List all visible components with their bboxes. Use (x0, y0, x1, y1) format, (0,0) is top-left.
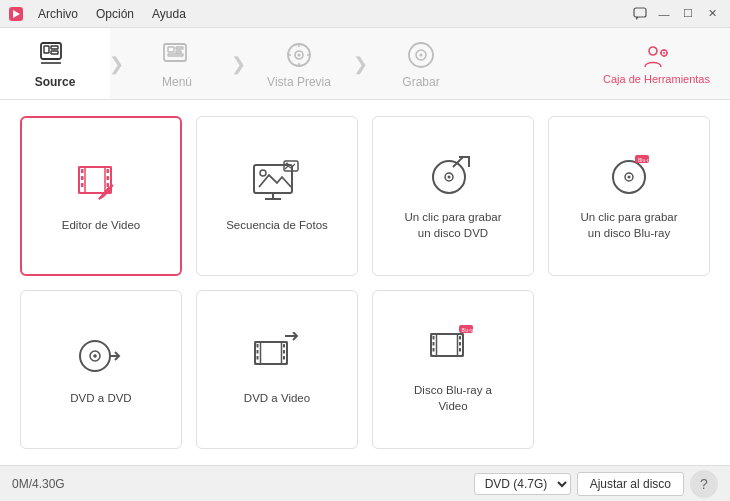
burn-step-icon (405, 39, 437, 71)
card-photo-sequence-label: Secuencia de Fotos (226, 217, 328, 233)
step-preview[interactable]: Vista Previa (244, 28, 354, 99)
svg-point-44 (260, 170, 266, 176)
svg-point-60 (93, 354, 97, 358)
toolbox-icon (643, 43, 671, 71)
svg-rect-36 (107, 169, 110, 173)
adjust-button[interactable]: Ajustar al disco (577, 472, 684, 496)
svg-rect-10 (176, 47, 183, 49)
video-editor-icon (73, 159, 129, 207)
svg-rect-65 (257, 344, 259, 348)
dvd-to-video-icon (249, 332, 305, 380)
card-dvd-to-dvd[interactable]: DVD a DVD (20, 290, 182, 450)
svg-rect-66 (257, 350, 259, 354)
svg-rect-34 (81, 176, 84, 180)
help-button[interactable]: ? (690, 470, 718, 498)
title-bar: Archivo Opción Ayuda — ☐ ✕ (0, 0, 730, 28)
preview-step-icon (283, 39, 315, 71)
bluray-burn-icon: Blu-ray (601, 151, 657, 199)
svg-text:Blu-ray: Blu-ray (638, 157, 654, 163)
svg-rect-70 (283, 356, 285, 360)
svg-text:Blu-ray: Blu-ray (462, 328, 477, 333)
svg-point-25 (663, 52, 665, 54)
svg-point-22 (420, 53, 423, 56)
photo-sequence-icon (249, 159, 305, 207)
svg-rect-77 (433, 348, 435, 352)
menu-ayuda[interactable]: Ayuda (144, 5, 194, 23)
toolbox-label: Caja de Herramientas (603, 73, 710, 85)
svg-rect-37 (107, 176, 110, 180)
svg-rect-30 (79, 167, 111, 193)
card-bluray-burn-label: Un clic para grabar un disco Blu-ray (580, 209, 677, 241)
arrow-3: ❯ (350, 53, 370, 75)
svg-rect-6 (51, 51, 58, 54)
svg-rect-75 (433, 336, 435, 340)
toolbar: Source ❯ Menú ❯ (0, 28, 730, 100)
step-source-label: Source (35, 75, 76, 89)
chat-icon-btn[interactable] (630, 6, 650, 22)
arrow-1: ❯ (106, 53, 126, 75)
card-dvd-to-video[interactable]: DVD a Video (196, 290, 358, 450)
bottom-bar: 0M/4.30G DVD (4.7G) DVD (8.5G) BD-25 BD-… (0, 465, 730, 501)
svg-rect-12 (168, 54, 183, 56)
arrow-2: ❯ (228, 53, 248, 75)
svg-rect-79 (459, 342, 461, 346)
title-bar-left: Archivo Opción Ayuda (8, 5, 194, 23)
minimize-button[interactable]: — (654, 6, 674, 22)
bluray-to-video-icon: Blu-ray (425, 324, 481, 372)
svg-rect-9 (168, 47, 174, 52)
card-dvd-burn-label: Un clic para grabar un disco DVD (404, 209, 501, 241)
svg-point-15 (298, 53, 301, 56)
svg-point-48 (286, 162, 289, 165)
step-source[interactable]: Source (0, 28, 110, 99)
svg-rect-69 (283, 350, 285, 354)
card-video-editor[interactable]: Editor de Video (20, 116, 182, 276)
card-dvd-burn[interactable]: Un clic para grabar un disco DVD (372, 116, 534, 276)
card-bluray-burn[interactable]: Blu-ray Un clic para grabar un disco Blu… (548, 116, 710, 276)
svg-point-23 (649, 47, 657, 55)
svg-rect-80 (459, 348, 461, 352)
title-bar-right: — ☐ ✕ (630, 6, 722, 22)
card-bluray-to-video-label: Disco Blu-ray a Video (414, 382, 492, 414)
svg-rect-4 (44, 46, 49, 53)
svg-rect-33 (81, 169, 84, 173)
step-menu[interactable]: Menú (122, 28, 232, 99)
svg-point-51 (448, 175, 451, 178)
menu-step-icon (161, 39, 193, 71)
dvd-size-select[interactable]: DVD (4.7G) DVD (8.5G) BD-25 BD-50 (474, 473, 571, 495)
toolbar-steps: Source ❯ Menú ❯ (0, 28, 583, 99)
menu-opcion[interactable]: Opción (88, 5, 142, 23)
source-icon (39, 39, 71, 71)
toolbox-button[interactable]: Caja de Herramientas (583, 43, 730, 85)
card-video-editor-label: Editor de Video (62, 217, 140, 233)
app-icon (8, 6, 24, 22)
close-button[interactable]: ✕ (702, 6, 722, 22)
main-content: Editor de Video Secuencia de Fotos (0, 100, 730, 465)
svg-rect-76 (433, 342, 435, 346)
svg-rect-5 (51, 46, 58, 49)
maximize-button[interactable]: ☐ (678, 6, 698, 22)
menu-archivo[interactable]: Archivo (30, 5, 86, 23)
step-preview-label: Vista Previa (267, 75, 331, 89)
svg-rect-11 (176, 51, 181, 53)
dvd-to-dvd-icon (73, 332, 129, 380)
step-menu-label: Menú (162, 75, 192, 89)
card-dvd-to-video-label: DVD a Video (244, 390, 310, 406)
card-bluray-to-video[interactable]: Blu-ray Disco Blu-ray a Video (372, 290, 534, 450)
svg-point-55 (628, 175, 631, 178)
svg-rect-67 (257, 356, 259, 360)
size-indicator: 0M/4.30G (12, 477, 65, 491)
step-burn[interactable]: Grabar (366, 28, 476, 99)
step-burn-label: Grabar (402, 75, 439, 89)
svg-rect-78 (459, 336, 461, 340)
svg-rect-35 (81, 183, 84, 187)
dvd-burn-icon (425, 151, 481, 199)
svg-rect-68 (283, 344, 285, 348)
svg-rect-2 (634, 8, 646, 17)
card-photo-sequence[interactable]: Secuencia de Fotos (196, 116, 358, 276)
card-dvd-to-dvd-label: DVD a DVD (70, 390, 131, 406)
